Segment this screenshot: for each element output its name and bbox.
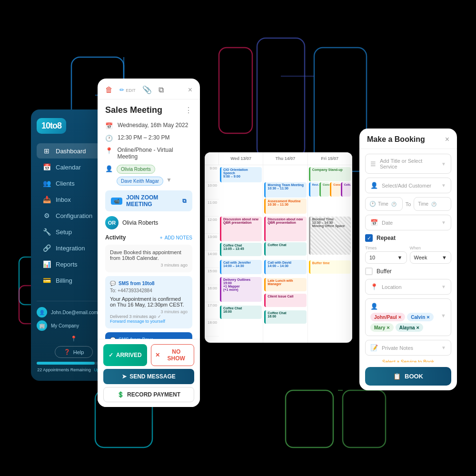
setup-icon: 🔧 — [42, 228, 51, 236]
book-icon: 📋 — [393, 373, 401, 380]
record-payment-button[interactable]: 💲 RECORD PAYMENT — [103, 387, 194, 402]
cal-event[interactable]: Blocked Time13:30 – 14:30Moving Office S… — [309, 217, 351, 255]
time-to-field[interactable]: Time 🕐 — [414, 197, 451, 211]
plus-icon: + — [160, 235, 163, 240]
zoom-copy-icon[interactable]: ⧉ — [182, 198, 187, 204]
remove-chip-john[interactable]: × — [398, 314, 401, 320]
staff-chip-calvin: Calvin × — [407, 313, 433, 321]
cal-event[interactable]: Coffee Chat13:05 – 13:45 — [220, 243, 262, 256]
x-icon: ✕ — [155, 352, 160, 358]
edit-icon[interactable]: ✏ EDIT — [119, 87, 136, 93]
times-select[interactable]: 10 ▼ — [365, 251, 407, 264]
multi-events: Revi... Cons... Cons... Celb... — [309, 182, 351, 197]
delete-icon[interactable]: 🗑 — [105, 86, 113, 94]
remove-chip-mary[interactable]: × — [387, 325, 389, 330]
buffer-label: Buffer — [377, 268, 392, 275]
dollar-icon: 💲 — [117, 391, 124, 398]
copy-icon[interactable]: ⧉ — [159, 86, 164, 94]
sidebar-item-label: Reports — [56, 261, 78, 268]
appointment-attendees: 👤 Olivia Roberts Dave Keith Magar ▼ — [105, 165, 192, 186]
repeat-options: Times 10 ▼ When Week ▼ — [365, 246, 451, 264]
time-16: 16:00 — [205, 285, 219, 302]
noshow-button[interactable]: ✕ NO SHOW — [151, 344, 195, 366]
calendar-columns: CIO Orientation Speech9:00 – 9:00 Discus… — [219, 165, 352, 343]
sms-header-1: 💬 SMS from 10to8 — [110, 281, 188, 286]
remove-chip-alayna[interactable]: × — [416, 325, 419, 330]
customer-field[interactable]: 👤 Select/Add Customer ▼ — [365, 178, 451, 193]
appointment-title: Sales Meeting — [105, 105, 162, 115]
appointment-menu-button[interactable]: ⋮ — [185, 106, 192, 115]
add-notes-button[interactable]: + ADD NOTES — [160, 235, 192, 240]
time-13: 13:00 — [205, 234, 219, 251]
times-label: Times — [365, 246, 407, 250]
inbox-icon: 📥 — [42, 196, 51, 203]
booking-footer: 📋 BOOK — [359, 362, 457, 390]
location-field[interactable]: 📍 Location ▼ — [365, 279, 451, 295]
cal-event[interactable]: Buffer time — [309, 260, 351, 274]
cal-event[interactable]: Coffee Chat16:00 — [220, 306, 262, 319]
help-label: Help — [73, 349, 84, 355]
appointment-footer: ✓ ARRIVED ✕ NO SHOW ➤ SEND MESSAGE 💲 REC… — [98, 339, 200, 407]
staff-arrow-icon: ▼ — [441, 313, 446, 321]
buffer-checkbox[interactable] — [365, 268, 373, 275]
date-field[interactable]: 📅 Date ▼ — [365, 215, 451, 230]
sms-icon-1: 💬 — [110, 281, 116, 286]
cal-event[interactable]: Late Lunch with Manager — [264, 278, 306, 291]
cal-event[interactable]: Call with David14:00 – 14:30 — [264, 260, 306, 274]
configuration-icon: ⚙ — [42, 212, 51, 219]
attach-icon[interactable]: 📎 — [142, 85, 152, 94]
date-icon: 📅 — [370, 219, 378, 226]
book-button[interactable]: 📋 BOOK — [365, 367, 451, 386]
time-from-field[interactable]: 🕐 Time 🕐 — [365, 197, 403, 211]
times-arrow-icon: ▼ — [397, 255, 403, 260]
cal-event[interactable]: Celb... — [341, 182, 351, 197]
cal-event[interactable]: Coffee Chat16:00 — [264, 310, 306, 324]
cal-event[interactable]: Cons... — [330, 182, 340, 197]
cal-event[interactable]: Coffee Chat — [264, 242, 306, 256]
clients-icon: 👥 — [42, 179, 51, 187]
svg-rect-8 — [219, 48, 252, 133]
when-select[interactable]: Week ▼ — [410, 251, 452, 264]
cal-event[interactable]: Company Stand-up — [309, 167, 351, 181]
cal-event[interactable]: Client Issue Call — [264, 294, 306, 307]
arrived-button[interactable]: ✓ ARRIVED — [103, 344, 147, 366]
status-buttons-row: ✓ ARRIVED ✕ NO SHOW — [103, 344, 194, 366]
send-icon: ➤ — [122, 373, 127, 380]
calendar-body: 9:00 10:00 11:00 12:00 13:00 14:00 15:00… — [205, 165, 352, 343]
svg-rect-7 — [343, 390, 386, 447]
sidebar-item-label: Setup — [56, 228, 72, 236]
appointment-body: Sales Meeting ⋮ 📅 Wednesday, 16th May 20… — [98, 99, 200, 339]
cal-event[interactable]: Discussion about new QBR presentation — [220, 217, 262, 241]
activity-header: Activity + ADD NOTES — [105, 234, 192, 241]
appointments-fill — [37, 362, 95, 365]
delivered-text: Delivered 3 minutes ago ✓ — [110, 314, 188, 319]
forward-button[interactable]: Forward message to yourself — [110, 319, 188, 324]
time-17: 17:00 — [205, 302, 219, 319]
service-field[interactable]: ☰ Add Title or Select Service ▼ — [365, 154, 451, 174]
attendees-expand[interactable]: ▼ — [166, 177, 172, 186]
calendar-panel: Wed 13/07 Thu 14/07 Fri 15/07 9:00 10:00… — [205, 152, 352, 343]
cal-event[interactable]: Revi... — [309, 182, 319, 197]
remove-chip-calvin[interactable]: × — [426, 314, 429, 320]
send-message-button[interactable]: ➤ SEND MESSAGE — [103, 369, 194, 384]
cal-event[interactable]: Cons... — [319, 182, 329, 197]
appointment-close-button[interactable]: × — [188, 86, 192, 94]
help-button[interactable]: ❓ Help — [55, 346, 93, 358]
cal-event[interactable]: Assessment Routine10:30 – 11:30 — [264, 198, 306, 214]
cal-event[interactable]: Discussion about new QBR presentation — [264, 217, 306, 241]
calendar-detail-icon: 📅 — [105, 122, 113, 129]
calendar-header: Wed 13/07 Thu 14/07 Fri 15/07 — [205, 152, 352, 165]
notes-field[interactable]: 📝 Private Notes ▼ — [365, 340, 451, 356]
cal-event[interactable]: Delivery Outlines15:00+1 Mapper(+1 more) — [220, 277, 262, 302]
staff-field-header: 👤 — [370, 303, 446, 310]
cal-event[interactable]: CIO Orientation Speech9:00 – 9:00 — [220, 167, 262, 182]
billing-icon: 💳 — [42, 277, 51, 284]
cal-event[interactable]: Morning Team Meeting10:30 – 11:30 — [264, 182, 306, 198]
zoom-button[interactable]: 📹 JOIN ZOOM MEETING ⧉ — [105, 190, 192, 211]
appointment-location: 📍 Online/Phone - Virtual Meeting — [105, 147, 192, 160]
booking-close-button[interactable]: × — [445, 135, 449, 144]
cal-event[interactable]: Call with Jennifer14:00 – 14:30 — [220, 260, 262, 274]
activity-card-1: Dave Booked this appointment from 10to8 … — [105, 245, 192, 272]
cal-day-header-1: Thu 14/07 — [263, 152, 307, 165]
repeat-checkbox[interactable]: ✓ — [365, 234, 373, 242]
